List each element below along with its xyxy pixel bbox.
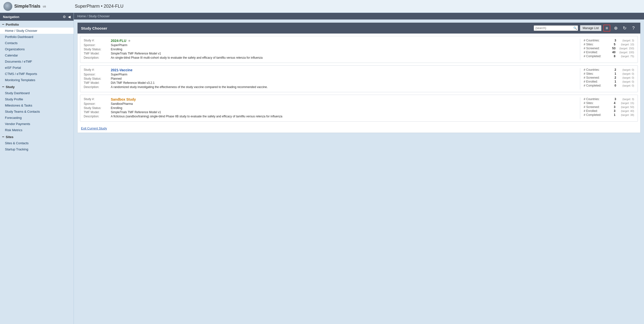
study-card-left-sandbox: Study #: Sandbox Study Sponsor: SandboxP… [84, 97, 575, 119]
sidebar-item-risk-metrics[interactable]: Risk Metrics [0, 127, 74, 133]
list-view-icon[interactable]: ≡ [604, 25, 610, 32]
stat-sites-sandbox: # Sites: 4 (target: 15) [584, 101, 634, 105]
main-layout: Navigation ⚙ ◀ − Portfolio Home / Study … [0, 13, 644, 324]
sidebar-item-milestones-tasks[interactable]: Milestones & Tasks [0, 102, 74, 108]
study-card-left-flu: Study #: 2024-FLU ★ Sponsor: SuperPharm … [84, 39, 575, 60]
app-region: us [43, 5, 46, 8]
portfolio-label: Portfolio [6, 23, 19, 26]
app-name: SimpleTrials [14, 4, 40, 9]
sites-label: Sites [6, 135, 13, 139]
status-value-flu: Enrolling [111, 48, 122, 51]
sidebar: Navigation ⚙ ◀ − Portfolio Home / Study … [0, 13, 74, 324]
status-field-flu: Study Status: Enrolling [84, 48, 575, 51]
sidebar-item-portfolio-dashboard[interactable]: Portfolio Dashboard [0, 34, 74, 40]
chooser-header: Study Chooser 🔍 Manage List ≡ ⊕ ↻ ? [78, 23, 640, 34]
tmf-value-flu: SimpleTrials TMF Reference Model v1 [111, 52, 161, 55]
study-card-right-sandbox: # Countries: 3 (target: 3) # Sites: 4 (t… [580, 97, 634, 119]
stat-completed-flu: # Completed: 8 (target: 75) [584, 55, 634, 58]
tmf-value-sandbox: SimpleTrials TMF Reference Model v1 [111, 110, 161, 114]
search-input[interactable] [536, 26, 572, 30]
sidebar-item-study-dashboard[interactable]: Study Dashboard [0, 90, 74, 96]
study-chooser-panel: Study Chooser 🔍 Manage List ≡ ⊕ ↻ ? [77, 23, 640, 133]
sidebar-item-contacts[interactable]: Contacts [0, 40, 74, 46]
settings-icon[interactable]: ⚙ [63, 15, 66, 19]
tmf-field-vaccine: TMF Model: DIA TMF Reference Model v3.2.… [84, 81, 575, 85]
manage-list-button[interactable]: Manage List [580, 25, 602, 31]
stat-completed-vaccine: # Completed: 0 (target: 0) [584, 84, 634, 87]
sponsor-field-flu: Sponsor: SuperPharm [84, 43, 575, 47]
collapse-icon[interactable]: ◀ [68, 15, 71, 19]
exit-current-study-link[interactable]: Exit Current Study [78, 124, 110, 133]
description-value-vaccine: A randomized study investigating the eff… [111, 85, 268, 89]
study-number-vaccine[interactable]: 2021-Vaccine [111, 68, 132, 72]
top-bar: SimpleTrials us SuperPharm • 2024-FLU [0, 0, 644, 13]
refresh-icon[interactable]: ↻ [621, 25, 628, 32]
description-field-vaccine: Description: A randomized study investig… [84, 85, 575, 89]
sidebar-item-study-profile[interactable]: Study Profile [0, 96, 74, 102]
stat-countries-flu: # Countries: 3 (target: 3) [584, 39, 634, 42]
stat-screened-flu: # Screened: 53 (target: 150) [584, 47, 634, 50]
study-card-left-vaccine: Study #: 2021-Vaccine Sponsor: SuperPhar… [84, 68, 575, 89]
stat-sites-vaccine: # Sites: 1 (target: 0) [584, 72, 634, 75]
tmf-field-flu: TMF Model: SimpleTrials TMF Reference Mo… [84, 52, 575, 55]
study-card-flu: Study #: 2024-FLU ★ Sponsor: SuperPharm … [80, 36, 638, 63]
study-section-header: − Study [0, 83, 74, 90]
stat-screened-vaccine: # Screened: 2 (target: 0) [584, 76, 634, 79]
search-box: 🔍 [534, 25, 578, 31]
study-card-sandbox: Study #: Sandbox Study Sponsor: SandboxP… [80, 95, 638, 121]
sidebar-item-study-teams-contacts[interactable]: Study Teams & Contacts [0, 108, 74, 115]
sidebar-header: Navigation ⚙ ◀ [0, 13, 74, 21]
logo-icon [4, 2, 12, 11]
sidebar-item-ctms-etmf-reports[interactable]: CTMS / eTMF Reports [0, 71, 74, 77]
add-icon[interactable]: ⊕ [612, 25, 619, 32]
stat-enrolled-flu: # Enrolled: 40 (target: 100) [584, 51, 634, 54]
stat-countries-vaccine: # Countries: 2 (target: 0) [584, 68, 634, 72]
study-number-field-flu: Study #: 2024-FLU ★ [84, 39, 575, 43]
sponsor-value-sandbox: SandboxPharma [111, 102, 133, 105]
breadcrumb: Home / Study Chooser [74, 13, 644, 20]
sidebar-item-calendar[interactable]: Calendar [0, 52, 74, 58]
sidebar-header-label: Navigation [3, 15, 19, 19]
sidebar-header-icons: ⚙ ◀ [63, 15, 71, 19]
stat-sites-flu: # Sites: 5 (target: 10) [584, 43, 634, 46]
sites-section-header: − Sites [0, 133, 74, 140]
sponsor-field-vaccine: Sponsor: SuperPharm [84, 73, 575, 76]
status-field-sandbox: Study Status: Enrolling [84, 106, 575, 110]
search-icon: 🔍 [573, 26, 577, 30]
sidebar-item-monitoring-templates[interactable]: Monitoring Templates [0, 77, 74, 83]
status-field-vaccine: Study Status: Planned [84, 77, 575, 80]
tmf-value-vaccine: DIA TMF Reference Model v3.2.1 [111, 81, 154, 85]
help-icon[interactable]: ? [630, 25, 637, 32]
study-label: Study [6, 85, 14, 89]
study-number-field-vaccine: Study #: 2021-Vaccine [84, 68, 575, 72]
sidebar-item-organizations[interactable]: Organizations [0, 46, 74, 52]
stat-completed-sandbox: # Completed: 1 (target: 38) [584, 113, 634, 117]
description-value-sandbox: A ficticious (sandbox/training) single-b… [111, 115, 282, 118]
stat-enrolled-vaccine: # Enrolled: 1 (target: 0) [584, 80, 634, 83]
study-number-sandbox[interactable]: Sandbox Study [111, 97, 136, 101]
description-field-sandbox: Description: A ficticious (sandbox/train… [84, 115, 575, 118]
page-content: Study Chooser 🔍 Manage List ≡ ⊕ ↻ ? [74, 20, 644, 324]
stat-enrolled-sandbox: # Enrolled: 3 (target: 40) [584, 109, 634, 113]
stat-countries-sandbox: # Countries: 3 (target: 3) [584, 97, 634, 101]
sidebar-item-startup-tracking[interactable]: Startup Tracking [0, 146, 74, 152]
study-card-right-flu: # Countries: 3 (target: 3) # Sites: 5 (t… [580, 39, 634, 60]
sponsor-value-flu: SuperPharm [111, 43, 127, 47]
study-card-right-vaccine: # Countries: 2 (target: 0) # Sites: 1 (t… [580, 68, 634, 89]
app-logo: SimpleTrials us [4, 2, 75, 11]
sidebar-item-eisf-portal[interactable]: eISF Portal [0, 65, 74, 71]
sidebar-item-documents-etmf[interactable]: Documents / eTMF [0, 58, 74, 65]
study-title: SuperPharm • 2024-FLU [75, 4, 123, 9]
stat-screened-sandbox: # Screened: 3 (target: 50) [584, 105, 634, 109]
breadcrumb-text: Home / Study Chooser [77, 14, 110, 18]
portfolio-section-header: − Portfolio [0, 21, 74, 28]
status-value-vaccine: Planned [111, 77, 122, 80]
sponsor-value-vaccine: SuperPharm [111, 73, 127, 76]
sidebar-item-home-study-chooser[interactable]: Home / Study Chooser [0, 28, 74, 34]
sidebar-item-forecasting[interactable]: Forecasting [0, 115, 74, 121]
sidebar-item-vendor-payments[interactable]: Vendor Payments [0, 121, 74, 127]
sidebar-item-sites-contacts[interactable]: Sites & Contacts [0, 140, 74, 146]
study-number-flu[interactable]: 2024-FLU [111, 39, 126, 43]
star-icon-flu[interactable]: ★ [128, 39, 131, 43]
status-value-sandbox: Enrolling [111, 106, 122, 110]
